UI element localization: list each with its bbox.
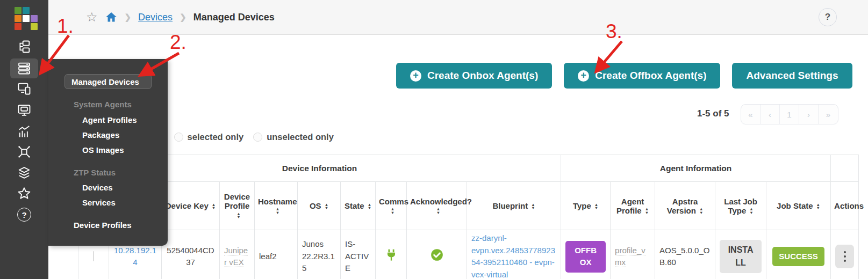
pagination-page-1[interactable]: 1: [780, 105, 799, 124]
table-column-header-row: Device Key Device Profile Hostname OS St…: [78, 182, 859, 230]
sidebar-item-resources[interactable]: [17, 102, 32, 118]
sidebar-item-favorites[interactable]: [17, 186, 32, 201]
apstra-logo[interactable]: [15, 7, 38, 30]
agent-profile-column-header[interactable]: Agent Profile: [611, 182, 655, 230]
pagination-first-button[interactable]: «: [741, 105, 761, 124]
actions-group-header-empty: [831, 155, 859, 182]
success-state-badge: SUCCESS: [772, 247, 824, 267]
annotation-arrow-1: [32, 30, 75, 80]
annotation-arrow-3: [589, 36, 629, 79]
advanced-settings-label: Advanced Settings: [746, 70, 838, 82]
help-button[interactable]: ?: [819, 8, 837, 26]
install-job-badge: INSTALL: [720, 240, 762, 273]
menu-item-ztp-services[interactable]: Services: [82, 198, 116, 207]
comms-cell: [376, 230, 407, 279]
sort-icon[interactable]: [531, 203, 535, 210]
device-table-row: 10.28.192.14 52540044CD37 Juniper vEX le…: [78, 230, 859, 279]
sort-icon[interactable]: [749, 208, 753, 215]
agent-profile-cell: profile_vmx: [611, 230, 655, 279]
breadcrumb-devices-link[interactable]: Devices: [138, 12, 173, 23]
apstra-version-cell: AOS_5.0.0_OB.60: [655, 230, 715, 279]
acknowledged-column-header[interactable]: Acknowledged?: [407, 182, 467, 230]
pagination-range: 1-5 of 5: [697, 108, 729, 119]
pagination-next-button[interactable]: ›: [799, 105, 819, 124]
advanced-settings-button[interactable]: Advanced Settings: [732, 63, 852, 89]
last-job-type-cell: INSTALL: [715, 230, 766, 279]
sidebar-item-help[interactable]: ?: [17, 207, 32, 222]
management-ip-link[interactable]: 10.28.192.14: [114, 246, 156, 267]
comms-column-header[interactable]: Comms: [376, 182, 407, 230]
device-profile-cell: Juniper vEX: [220, 230, 255, 279]
blueprint-link[interactable]: zz-darynl-evpn.vex.2485377892354-3952110…: [471, 233, 555, 279]
device-key-cell: 52540044CD37: [162, 230, 220, 279]
pagination-prev-button[interactable]: ‹: [761, 105, 780, 124]
sort-icon[interactable]: [325, 203, 328, 210]
offbox-type-badge: OFFBOX: [565, 241, 606, 273]
apstra-version-column-header[interactable]: Apstra Version: [655, 182, 715, 230]
blueprint-cell: zz-darynl-evpn.vex.2485377892354-3952110…: [467, 230, 561, 279]
row-actions-kebab-button[interactable]: [835, 245, 854, 268]
state-cell: IS-ACTIVE: [341, 230, 376, 279]
create-onbox-agents-label: Create Onbox Agent(s): [427, 70, 538, 82]
menu-item-device-profiles[interactable]: Device Profiles: [74, 221, 132, 230]
create-onbox-agents-button[interactable]: Create Onbox Agent(s): [396, 63, 552, 89]
last-job-type-column-header[interactable]: Last Job Type: [715, 182, 766, 230]
table-group-header-row: Device Information Agent Information: [78, 155, 859, 182]
menu-item-os-images[interactable]: OS Images: [82, 145, 124, 155]
breadcrumb: Devices Managed Devices: [86, 0, 275, 34]
selected-only-label: selected only: [188, 132, 244, 142]
sidebar-item-devices[interactable]: [17, 61, 32, 76]
sort-icon[interactable]: [436, 208, 440, 215]
type-cell: OFFBOX: [561, 230, 611, 279]
plus-circle-icon: [578, 70, 589, 82]
sort-icon[interactable]: [212, 203, 216, 210]
sort-icon[interactable]: [276, 208, 279, 215]
breadcrumb-current-page: Managed Devices: [193, 12, 275, 23]
job-state-column-header[interactable]: Job State: [766, 182, 831, 230]
menu-section-ztp-status: ZTP Status: [74, 168, 116, 177]
sidebar-item-analytics[interactable]: [17, 124, 32, 139]
device-profile-tooltip-text[interactable]: Juniper vEX: [224, 246, 248, 268]
check-circle-icon: [430, 248, 444, 262]
unselected-only-radio[interactable]: [253, 133, 262, 142]
os-cell: Junos 22.2R3.15: [298, 230, 341, 279]
sidebar-item-external-systems[interactable]: [17, 144, 32, 159]
device-key-column-header[interactable]: Device Key: [162, 182, 220, 230]
sort-icon[interactable]: [391, 208, 394, 215]
question-icon: ?: [17, 208, 31, 222]
breadcrumb-separator-icon: [125, 12, 132, 22]
plug-connected-icon: [384, 248, 398, 262]
sort-icon[interactable]: [236, 212, 240, 219]
hostname-column-header[interactable]: Hostname: [255, 182, 298, 230]
device-profile-column-header[interactable]: Device Profile: [220, 182, 255, 230]
favorite-star-icon[interactable]: [86, 11, 98, 24]
sidebar-item-platform[interactable]: [17, 165, 32, 180]
menu-item-ztp-devices[interactable]: Devices: [82, 183, 113, 192]
selected-only-radio[interactable]: [174, 133, 183, 142]
create-offbox-agents-button[interactable]: Create Offbox Agent(s): [564, 63, 720, 89]
os-column-header[interactable]: OS: [298, 182, 341, 230]
menu-item-agent-profiles[interactable]: Agent Profiles: [82, 115, 137, 124]
menu-item-packages[interactable]: Packages: [82, 130, 119, 140]
sort-icon[interactable]: [645, 208, 649, 215]
pagination-last-button[interactable]: »: [819, 105, 838, 124]
sidebar-item-design[interactable]: [17, 81, 32, 96]
sort-icon[interactable]: [699, 208, 703, 215]
menu-section-system-agents: System Agents: [74, 100, 132, 109]
state-column-header[interactable]: State: [341, 182, 376, 230]
agent-profile-tooltip-text[interactable]: profile_vmx: [615, 246, 645, 268]
selection-filter-row: l selected only unselected only: [162, 132, 334, 142]
breadcrumb-separator-icon: [180, 12, 186, 22]
sort-icon[interactable]: [594, 203, 598, 210]
blueprint-column-header[interactable]: Blueprint: [467, 182, 561, 230]
sidebar-item-blueprints[interactable]: [17, 39, 32, 54]
sort-icon[interactable]: [368, 203, 371, 210]
row-checkbox[interactable]: [93, 251, 94, 261]
plus-circle-icon: [410, 70, 421, 82]
sort-icon[interactable]: [816, 203, 820, 210]
type-column-header[interactable]: Type: [561, 182, 611, 230]
actions-column-header: Actions: [831, 182, 859, 230]
home-icon[interactable]: [105, 11, 118, 24]
managed-devices-page: Devices Managed Devices ? Create Onbox A…: [0, 0, 868, 279]
annotation-arrow-2: [134, 48, 185, 80]
